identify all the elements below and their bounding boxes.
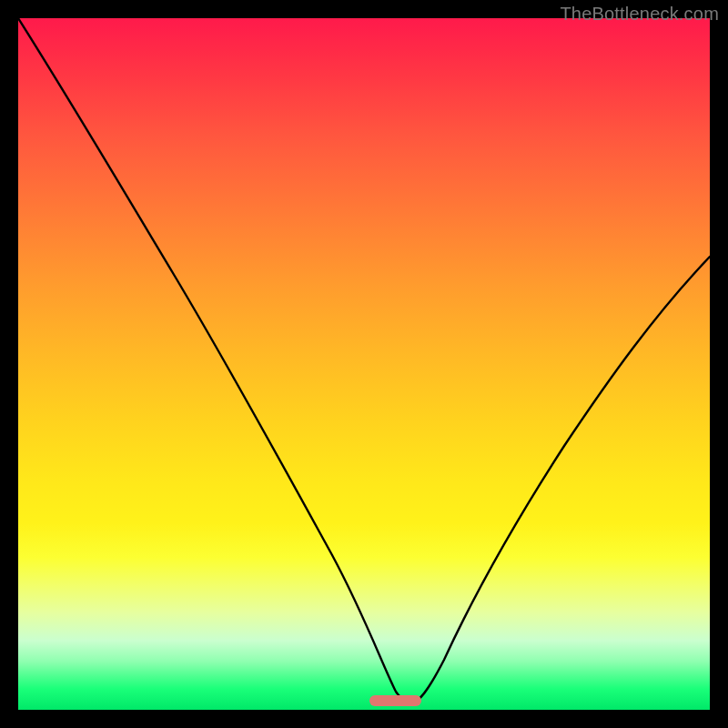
watermark-text: TheBottleneck.com <box>560 4 719 25</box>
curve-path <box>18 18 710 703</box>
chart-frame: TheBottleneck.com <box>0 0 728 728</box>
bottleneck-curve <box>18 18 710 710</box>
optimum-marker <box>369 695 421 706</box>
plot-area <box>18 18 710 710</box>
